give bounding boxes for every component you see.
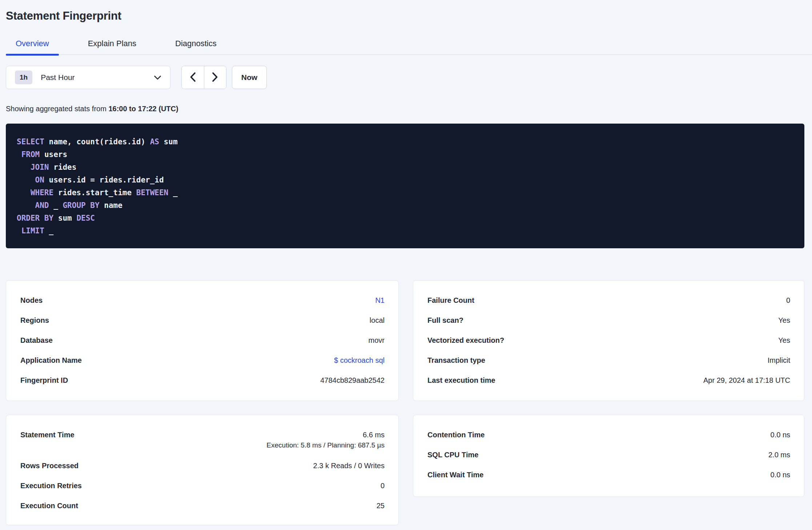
tab-diagnostics[interactable]: Diagnostics: [165, 39, 226, 55]
row-value: Yes: [778, 316, 790, 325]
aggregation-note: Showing aggregated stats from 16:00 to 1…: [6, 104, 804, 113]
row-label: Nodes: [20, 296, 43, 305]
sql-token: users.id = rides.rider_id: [44, 176, 164, 184]
sql-token: _: [44, 226, 53, 235]
row-value: 25: [377, 501, 385, 510]
sql-token: FROM: [21, 150, 40, 159]
sql-token: sum: [53, 214, 76, 222]
row-label: Execution Count: [20, 501, 78, 510]
application-name-link[interactable]: $ cockroach sql: [334, 356, 385, 365]
row-value: movr: [369, 336, 385, 345]
sql-line: FROM users: [17, 148, 793, 161]
sql-token: SELECT: [17, 137, 44, 146]
time-range-label: Past Hour: [41, 73, 75, 82]
row-label: SQL CPU Time: [427, 450, 478, 459]
aggregation-note-prefix: Showing aggregated stats from: [6, 105, 108, 113]
sql-token: JOIN: [31, 163, 49, 172]
sql-token: [17, 188, 31, 197]
sql-line: WHERE rides.start_time BETWEEN _: [17, 186, 793, 199]
row-label: Rows Processed: [20, 461, 79, 470]
tab-overview[interactable]: Overview: [6, 39, 59, 55]
sql-token: WHERE: [31, 188, 53, 197]
row-value: Implicit: [768, 356, 790, 365]
row-value: 0: [786, 296, 790, 305]
sql-token: name, count(rides.id): [44, 137, 150, 146]
row-value-stack: 6.6 ms Execution: 5.8 ms / Planning: 687…: [266, 430, 385, 449]
stat-row-statement-time: Statement Time 6.6 ms Execution: 5.8 ms …: [20, 430, 385, 449]
sql-line: ON users.id = rides.rider_id: [17, 174, 793, 186]
sql-token: [17, 201, 35, 210]
sql-token: name: [100, 201, 122, 210]
detail-row-full-scan: Full scan? Yes: [427, 316, 790, 325]
sql-token: _: [168, 188, 177, 197]
chevron-left-icon: [190, 72, 196, 83]
execution-attributes-card: Failure Count 0 Full scan? Yes Vectorize…: [413, 280, 804, 401]
next-interval-button[interactable]: [204, 66, 226, 89]
sql-token: [17, 150, 21, 159]
now-button[interactable]: Now: [232, 66, 267, 89]
tab-explain-plans[interactable]: Explain Plans: [78, 39, 146, 55]
detail-row-regions: Regions local: [20, 316, 385, 325]
row-value: Yes: [778, 336, 790, 345]
stat-row-execution-count: Execution Count 25: [20, 501, 385, 510]
sql-line: SELECT name, count(rides.id) AS sum: [17, 136, 793, 148]
sql-token: sum: [159, 137, 178, 146]
detail-row-application-name: Application Name $ cockroach sql: [20, 356, 385, 365]
sql-line: JOIN rides: [17, 161, 793, 174]
time-interval-badge: 1h: [15, 71, 32, 84]
chevron-down-icon: [154, 75, 161, 80]
sql-token: GROUP BY: [63, 201, 99, 210]
top-cards-row: Nodes N1 Regions local Database movr App…: [6, 280, 804, 401]
row-label: Application Name: [20, 356, 82, 365]
row-value: 2.3 k Reads / 0 Writes: [313, 461, 385, 470]
stat-row-rows-processed: Rows Processed 2.3 k Reads / 0 Writes: [20, 461, 385, 470]
row-value: Apr 29, 2024 at 17:18 UTC: [703, 376, 790, 385]
detail-row-transaction-type: Transaction type Implicit: [427, 356, 790, 365]
sql-token: rides: [49, 163, 77, 172]
nodes-link[interactable]: N1: [375, 296, 385, 305]
row-label: Fingerprint ID: [20, 376, 68, 385]
previous-interval-button[interactable]: [182, 66, 204, 89]
row-value: 4784cb829aab2542: [320, 376, 385, 385]
row-label: Full scan?: [427, 316, 463, 325]
sql-token: users: [40, 150, 67, 159]
bottom-cards-row: Statement Time 6.6 ms Execution: 5.8 ms …: [6, 415, 804, 525]
sql-line: ORDER BY sum DESC: [17, 212, 793, 225]
tab-bar: Overview Explain Plans Diagnostics: [6, 39, 812, 55]
row-label: Client Wait Time: [427, 470, 483, 479]
sql-token: rides.start_time: [53, 188, 136, 197]
row-label: Last execution time: [427, 376, 495, 385]
row-label: Execution Retries: [20, 481, 82, 490]
sql-token: DESC: [76, 214, 95, 222]
sql-token: BETWEEN: [136, 188, 169, 197]
row-value: local: [370, 316, 385, 325]
row-subvalue: Execution: 5.8 ms / Planning: 687.5 µs: [266, 441, 385, 449]
sql-token: AS: [150, 137, 159, 146]
row-value: 2.0 ms: [768, 450, 790, 459]
sql-token: _: [49, 201, 63, 210]
row-label: Vectorized execution?: [427, 336, 504, 345]
detail-row-database: Database movr: [20, 336, 385, 345]
detail-row-vectorized-execution: Vectorized execution? Yes: [427, 336, 790, 345]
row-label: Contention Time: [427, 430, 485, 439]
statement-stats-card: Statement Time 6.6 ms Execution: 5.8 ms …: [6, 415, 399, 525]
row-label: Database: [20, 336, 53, 345]
sql-token: [17, 226, 21, 235]
time-range-select[interactable]: 1h Past Hour: [6, 66, 170, 89]
row-label: Failure Count: [427, 296, 474, 305]
row-label: Statement Time: [20, 430, 75, 439]
overview-details-card: Nodes N1 Regions local Database movr App…: [6, 280, 399, 401]
row-label: Transaction type: [427, 356, 485, 365]
sql-statement-box: SELECT name, count(rides.id) AS sum FROM…: [6, 124, 804, 248]
detail-row-fingerprint-id: Fingerprint ID 4784cb829aab2542: [20, 376, 385, 385]
stat-row-client-wait-time: Client Wait Time 0.0 ns: [427, 470, 790, 479]
statement-fingerprint-page: Statement Fingerprint Overview Explain P…: [0, 9, 812, 525]
row-value: 0.0 ns: [771, 470, 790, 479]
sql-token: LIMIT: [21, 226, 44, 235]
row-value: 6.6 ms: [363, 430, 385, 439]
detail-row-last-execution-time: Last execution time Apr 29, 2024 at 17:1…: [427, 376, 790, 385]
row-label: Regions: [20, 316, 49, 325]
sql-token: [17, 163, 31, 172]
row-value: 0: [381, 481, 385, 490]
row-value: 0.0 ns: [771, 430, 790, 439]
